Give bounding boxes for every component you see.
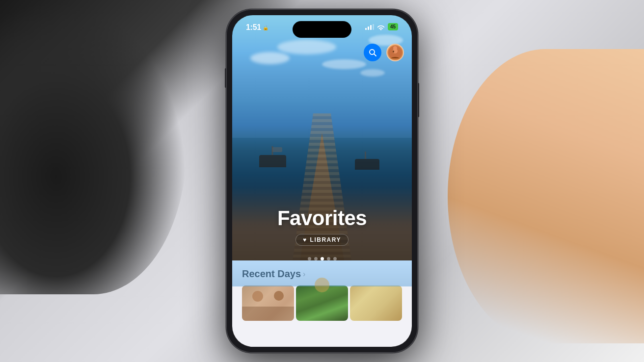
thumbnail-3[interactable] [350,285,402,321]
wifi-icon [377,24,385,30]
search-icon [369,49,376,56]
svg-point-5 [393,46,397,50]
signal-icon [365,24,374,30]
status-time: 1:51 🔒 [246,23,268,32]
search-button[interactable] [364,44,381,61]
camera-background [0,0,187,294]
photo-title: Favorites [242,207,402,230]
lock-icon: 🔒 [263,25,268,30]
photo-title-area: Favorites ♥ LIBRARY [232,197,412,260]
svg-rect-4 [393,51,394,52]
time-display: 1:51 [246,23,261,32]
dot-5 [333,257,337,260]
hand-background [448,49,644,343]
svg-line-1 [374,54,376,56]
dynamic-island [293,21,351,38]
phone-shell: 1:51 🔒 [226,9,418,353]
dot-2 [314,257,318,260]
bottom-section: Recent Days › [232,260,412,347]
status-right: 45 [365,23,398,30]
battery-indicator: 45 [388,23,398,30]
dot-3-active [321,257,324,260]
avatar-button[interactable] [386,44,404,61]
dot-4 [327,257,330,260]
phone-screen: 1:51 🔒 [232,15,412,347]
page-dots [232,257,412,260]
dot-1 [308,257,311,260]
thumbnail-1[interactable] [242,285,294,321]
cloud-3 [322,59,366,69]
phone-wrapper: 1:51 🔒 [226,9,418,353]
thumbnails-row [242,285,402,321]
cloud-2 [277,40,336,54]
avatar-icon [388,46,402,59]
cloud-5 [360,69,385,77]
top-actions [364,44,404,61]
heart-icon: ♥ [303,236,307,243]
photo-subtitle: ♥ LIBRARY [295,234,349,246]
cloud-1 [250,52,290,64]
library-label: LIBRARY [310,236,341,243]
